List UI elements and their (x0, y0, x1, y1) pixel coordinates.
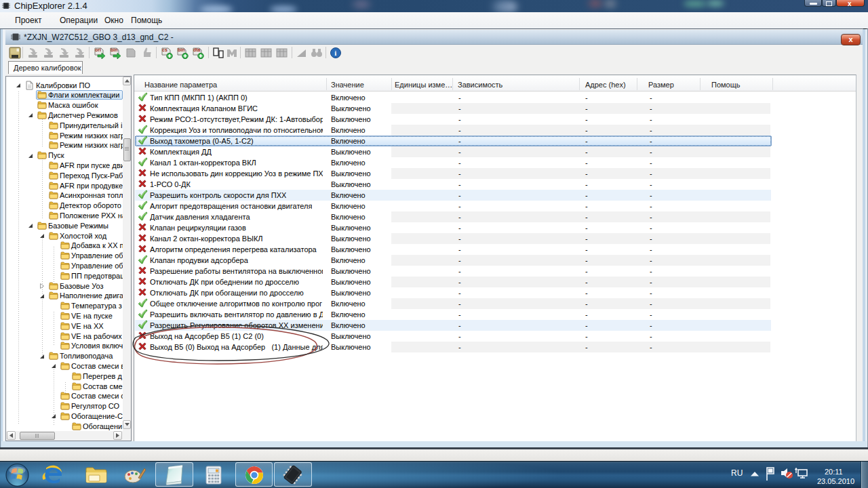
svg-text:ori: ori (95, 47, 101, 52)
svg-text:dta: dta (193, 47, 201, 52)
svg-text:i: i (334, 49, 336, 57)
svg-text:bin: bin (111, 47, 118, 52)
svg-text:bin: bin (178, 47, 185, 52)
svg-text:cs: cs (162, 47, 167, 52)
